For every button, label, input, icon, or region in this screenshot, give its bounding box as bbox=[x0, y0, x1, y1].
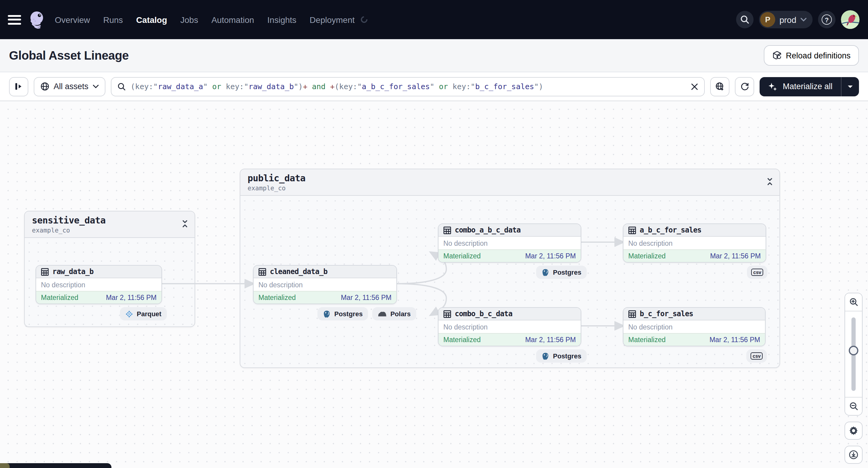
cube-reload-icon bbox=[772, 51, 781, 60]
asset-status-row: Materialized Mar 2, 11:56 PM bbox=[254, 291, 396, 304]
materialize-options-button[interactable] bbox=[841, 77, 859, 96]
minimap[interactable] bbox=[0, 463, 112, 468]
materialize-all-label: Materialize all bbox=[783, 82, 833, 91]
table-icon bbox=[443, 310, 451, 318]
asset-description: No description bbox=[438, 320, 581, 333]
kind-badge-postgres[interactable]: Postgres bbox=[317, 307, 368, 320]
asset-name: combo_b_c_data bbox=[455, 310, 512, 318]
workspace-name: prod bbox=[779, 15, 796, 24]
table-icon bbox=[41, 268, 49, 276]
panel-toggle-icon bbox=[14, 82, 23, 91]
globe-icon bbox=[40, 82, 50, 91]
polars-icon bbox=[378, 311, 387, 317]
table-icon bbox=[443, 226, 451, 234]
asset-graph-settings-button[interactable] bbox=[711, 77, 730, 96]
search-button[interactable] bbox=[736, 11, 753, 28]
dagster-logo[interactable] bbox=[27, 9, 48, 30]
asset-node-a-b-c-for-sales[interactable]: a_b_c_for_sales No description Materiali… bbox=[623, 223, 766, 262]
zoom-in-icon bbox=[849, 298, 858, 307]
clear-query-button[interactable] bbox=[691, 83, 699, 90]
csv-icon: csv bbox=[750, 352, 763, 360]
asset-scope-dropdown[interactable]: All assets bbox=[34, 77, 105, 96]
zoom-in-button[interactable] bbox=[845, 293, 862, 311]
asset-badges: Postgres bbox=[536, 266, 587, 279]
refresh-icon bbox=[740, 82, 749, 91]
kind-badge-csv[interactable]: csv bbox=[747, 266, 768, 279]
postgres-icon bbox=[323, 310, 331, 318]
nav-item-insights[interactable]: Insights bbox=[268, 15, 297, 24]
group-header[interactable]: public_data example_co bbox=[240, 169, 779, 196]
asset-node-cleaned-data-b[interactable]: cleaned_data_b No description Materializ… bbox=[253, 265, 397, 304]
zoom-slider-handle[interactable] bbox=[849, 346, 858, 356]
group-header[interactable]: sensitive_data example_co bbox=[25, 211, 194, 238]
close-icon bbox=[691, 83, 699, 90]
nav-item-deployment[interactable]: Deployment bbox=[310, 15, 354, 24]
nav-item-runs[interactable]: Runs bbox=[103, 15, 123, 24]
hamburger-menu-icon[interactable] bbox=[8, 15, 21, 24]
app-window: Overview Runs Catalog Jobs Automation In… bbox=[0, 0, 868, 468]
asset-node-b-c-for-sales[interactable]: b_c_for_sales No description Materialize… bbox=[623, 307, 766, 346]
kind-badge-postgres[interactable]: Postgres bbox=[536, 266, 587, 279]
zoom-out-icon bbox=[849, 402, 858, 411]
kind-badge-csv[interactable]: csv bbox=[746, 349, 767, 363]
query-text: (key:"raw_data_a" or key:"raw_data_b")+ … bbox=[131, 82, 686, 91]
table-icon bbox=[258, 268, 266, 276]
nav-item-jobs[interactable]: Jobs bbox=[180, 15, 198, 24]
badge-label: Postgres bbox=[553, 269, 581, 276]
workspace-switcher[interactable]: P prod bbox=[759, 11, 813, 28]
table-icon bbox=[628, 226, 636, 234]
nav-item-overview[interactable]: Overview bbox=[55, 15, 90, 24]
asset-description: No description bbox=[254, 278, 396, 291]
asset-badges: Postgres bbox=[536, 349, 587, 363]
gear-icon bbox=[849, 426, 858, 435]
kind-badge-parquet[interactable]: Parquet bbox=[120, 307, 167, 320]
download-graph-button[interactable] bbox=[844, 446, 863, 464]
collapse-group-button[interactable] bbox=[766, 178, 773, 186]
asset-node-raw-data-b[interactable]: raw_data_b No description Materialized M… bbox=[35, 265, 162, 304]
chevron-down-icon bbox=[93, 84, 99, 89]
nav-item-automation[interactable]: Automation bbox=[211, 15, 254, 24]
asset-name: cleaned_data_b bbox=[270, 268, 328, 276]
nav-item-catalog[interactable]: Catalog bbox=[136, 15, 167, 24]
materialized-timestamp: Mar 2, 11:56 PM bbox=[341, 294, 392, 301]
asset-node-combo-a-b-c-data[interactable]: combo_a_b_c_data No description Material… bbox=[438, 223, 581, 262]
postgres-icon bbox=[541, 268, 549, 276]
materialize-all-button[interactable]: Materialize all bbox=[760, 77, 859, 96]
collapse-group-button[interactable] bbox=[181, 220, 189, 228]
materialized-status: Materialized bbox=[258, 294, 296, 301]
badge-label: Parquet bbox=[137, 310, 161, 317]
lineage-canvas[interactable]: sensitive_data example_co public_data ex… bbox=[0, 101, 868, 468]
search-icon bbox=[740, 15, 749, 24]
asset-description: No description bbox=[438, 237, 581, 249]
asset-description: No description bbox=[623, 320, 765, 333]
csv-icon: csv bbox=[751, 269, 764, 276]
asset-node-header: combo_b_c_data bbox=[438, 308, 581, 320]
asset-node-header: cleaned_data_b bbox=[254, 266, 396, 278]
user-avatar[interactable] bbox=[841, 10, 860, 29]
materialized-timestamp: Mar 2, 11:56 PM bbox=[525, 336, 576, 343]
asset-scope-label: All assets bbox=[54, 82, 89, 91]
asset-node-combo-b-c-data[interactable]: combo_b_c_data No description Materializ… bbox=[438, 307, 581, 346]
asset-query-input[interactable]: (key:"raw_data_a" or key:"raw_data_b")+ … bbox=[111, 77, 705, 96]
graph-settings-button[interactable] bbox=[844, 422, 863, 440]
page-title: Global Asset Lineage bbox=[9, 49, 129, 62]
open-sidebar-button[interactable] bbox=[9, 77, 28, 96]
materialized-status: Materialized bbox=[628, 252, 665, 259]
zoom-out-button[interactable] bbox=[845, 397, 862, 415]
group-location: example_co bbox=[32, 226, 105, 234]
sparkles-icon bbox=[768, 82, 778, 91]
group-name: sensitive_data bbox=[32, 215, 105, 226]
refresh-button[interactable] bbox=[735, 77, 754, 96]
collapse-icon bbox=[181, 220, 189, 228]
globe-add-icon bbox=[715, 82, 725, 91]
materialized-timestamp: Mar 2, 11:56 PM bbox=[710, 336, 760, 343]
table-icon bbox=[628, 310, 636, 318]
help-button[interactable]: ? bbox=[818, 11, 835, 28]
group-location: example_co bbox=[248, 184, 305, 191]
nav-items: Overview Runs Catalog Jobs Automation In… bbox=[55, 15, 367, 24]
kind-badge-polars[interactable]: Polars bbox=[372, 307, 416, 320]
kind-badge-postgres[interactable]: Postgres bbox=[536, 349, 587, 363]
zoom-slider[interactable] bbox=[845, 311, 862, 397]
reload-definitions-button[interactable]: Reload definitions bbox=[764, 45, 859, 66]
caret-down-icon bbox=[847, 85, 853, 88]
